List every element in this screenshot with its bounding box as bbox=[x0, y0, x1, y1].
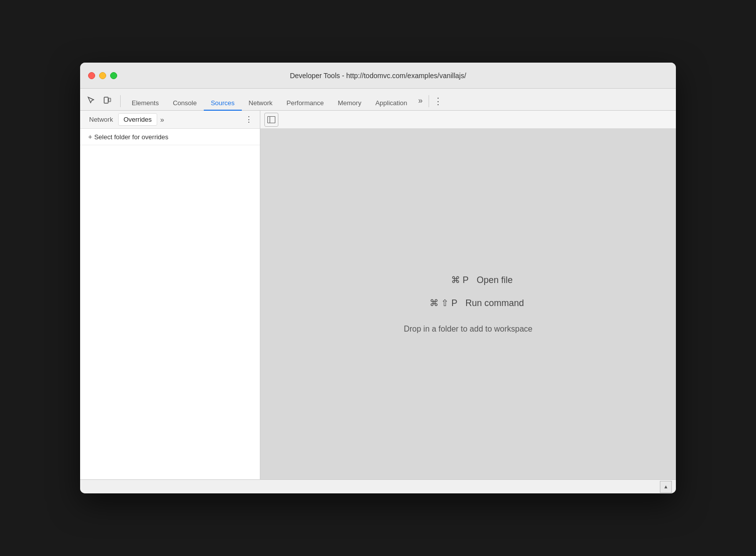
shortcut-run-command-desc: Run command bbox=[465, 298, 524, 309]
shortcut-open-file-desc: Open file bbox=[477, 275, 513, 286]
scroll-to-top-button[interactable]: ▲ bbox=[660, 481, 672, 493]
left-panel-empty bbox=[80, 145, 260, 479]
right-panel-main: ⌘ P Open file ⌘ ⇧ P Run command Drop in … bbox=[260, 129, 676, 479]
tab-elements[interactable]: Elements bbox=[125, 96, 166, 111]
right-panel-toolbar bbox=[260, 111, 676, 129]
devtools-menu-button[interactable]: ⋮ bbox=[431, 94, 445, 108]
tab-console[interactable]: Console bbox=[166, 96, 204, 111]
title-bar: Developer Tools - http://todomvc.com/exa… bbox=[80, 63, 676, 89]
tab-application[interactable]: Application bbox=[368, 96, 415, 111]
left-tab-menu-icon[interactable]: ⋮ bbox=[242, 114, 256, 125]
minimize-button[interactable] bbox=[99, 72, 106, 79]
shortcut-run-command-keys: ⌘ ⇧ P bbox=[412, 298, 457, 309]
sidebar-toggle-button[interactable] bbox=[264, 113, 278, 127]
bottom-bar: ▲ bbox=[80, 479, 676, 493]
tab-network[interactable]: Network bbox=[242, 96, 280, 111]
device-toggle-icon[interactable] bbox=[100, 93, 114, 107]
plus-icon: + bbox=[88, 133, 92, 141]
svg-rect-1 bbox=[109, 98, 111, 102]
tab-separator bbox=[429, 95, 429, 107]
content-area: Network Overrides » ⋮ + Select folder fo… bbox=[80, 111, 676, 479]
inspect-icon[interactable] bbox=[84, 93, 98, 107]
close-button[interactable] bbox=[88, 72, 95, 79]
add-folder-row[interactable]: + Select folder for overrides bbox=[80, 129, 260, 145]
drop-workspace-text: Drop in a folder to add to workspace bbox=[404, 325, 532, 334]
tab-sources[interactable]: Sources bbox=[204, 96, 242, 111]
shortcut-row-open-file: ⌘ P Open file bbox=[424, 274, 513, 286]
left-panel: Network Overrides » ⋮ + Select folder fo… bbox=[80, 111, 260, 479]
left-tab-bar: Network Overrides » ⋮ bbox=[80, 111, 260, 129]
tab-divider bbox=[120, 95, 121, 107]
tab-memory[interactable]: Memory bbox=[331, 96, 368, 111]
add-folder-label: Select folder for overrides bbox=[94, 133, 168, 141]
maximize-button[interactable] bbox=[110, 72, 117, 79]
svg-rect-2 bbox=[268, 116, 275, 123]
tab-network-sidebar[interactable]: Network bbox=[84, 114, 118, 125]
window-title: Developer Tools - http://todomvc.com/exa… bbox=[290, 72, 466, 80]
tab-performance[interactable]: Performance bbox=[279, 96, 330, 111]
shortcut-row-run-command: ⌘ ⇧ P Run command bbox=[412, 298, 524, 309]
main-tab-bar: Elements Console Sources Network Perform… bbox=[80, 89, 676, 111]
traffic-lights bbox=[88, 72, 117, 79]
tab-overrides[interactable]: Overrides bbox=[118, 113, 157, 126]
toolbar-icons bbox=[84, 93, 114, 110]
svg-rect-0 bbox=[104, 97, 108, 103]
right-panel: ⌘ P Open file ⌘ ⇧ P Run command Drop in … bbox=[260, 111, 676, 479]
left-tab-overflow-icon[interactable]: » bbox=[157, 115, 167, 125]
devtools-window: Developer Tools - http://todomvc.com/exa… bbox=[80, 63, 676, 493]
more-tabs-icon[interactable]: » bbox=[414, 93, 427, 108]
shortcut-open-file-keys: ⌘ P bbox=[424, 274, 469, 286]
